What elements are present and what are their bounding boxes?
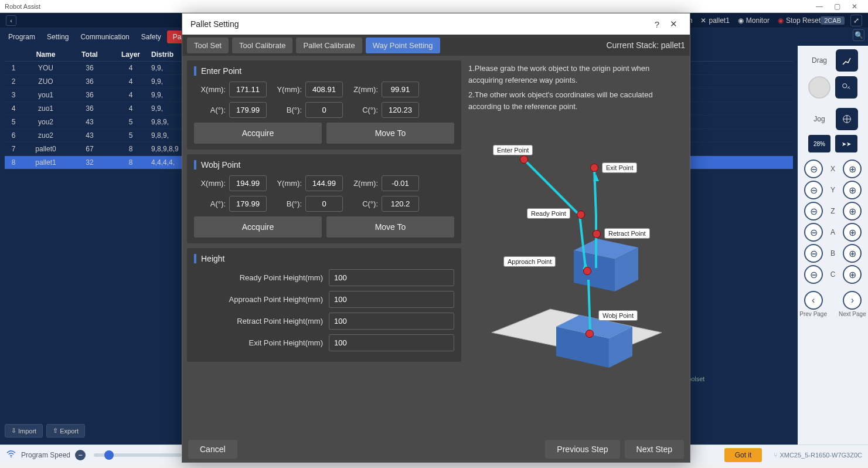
help-button[interactable]: ? [649, 17, 665, 31]
wobj-moveto-button[interactable]: Move To [326, 216, 454, 238]
height-card: Height Ready Point Height(mm) Approach P… [187, 248, 461, 362]
jog-b-minus-button[interactable]: ⊖ [804, 244, 823, 263]
previous-step-button[interactable]: Previous Step [545, 440, 619, 459]
axis-label: Y [829, 186, 837, 194]
next-page-button[interactable]: ›Next Page [839, 291, 866, 317]
exit-height-input[interactable] [329, 334, 454, 351]
jog-y-plus-button[interactable]: ⊕ [843, 181, 862, 199]
controller-code: ⑂ XMC25_5-R1650-W7G3Z0C [774, 452, 862, 459]
jog-a-plus-button[interactable]: ⊕ [843, 223, 862, 242]
enter-b-input[interactable] [305, 102, 343, 118]
jog-z-minus-button[interactable]: ⊖ [804, 202, 823, 221]
jog-c-minus-button[interactable]: ⊖ [804, 265, 823, 284]
program-speed-label: Program Speed [21, 451, 70, 459]
app-title: Robot Assist [5, 3, 40, 10]
os-titlebar: Robot Assist — ▢ ✕ [0, 0, 868, 13]
menu-setting[interactable]: Setting [41, 30, 74, 43]
jog-panel: Drag Jog 28% ➤➤ ⊖X⊕⊖Y⊕⊖Z⊕⊖A⊕⊖B⊕⊖C⊕ ‹Prev… [798, 46, 868, 445]
jog-label: Jog [808, 115, 831, 123]
speed-slider[interactable] [94, 453, 182, 457]
minimize-button[interactable]: — [811, 1, 828, 12]
jog-b-plus-button[interactable]: ⊕ [843, 244, 862, 263]
wobj-x-input[interactable] [229, 175, 267, 191]
topbar-stopreset[interactable]: ◉Stop Reset [778, 16, 821, 25]
close-button[interactable]: ✕ [846, 1, 863, 12]
axis-label: X [829, 165, 837, 173]
wobj-acquire-button[interactable]: Accquire [194, 216, 322, 238]
topbar-pallet[interactable]: ✕pallet1 [700, 16, 729, 25]
dialog-title: Pallet Setting [190, 19, 239, 29]
topbar-monitor[interactable]: ◉Monitor [738, 16, 770, 25]
ready-height-input[interactable] [329, 269, 454, 286]
jog-a-minus-button[interactable]: ⊖ [804, 223, 823, 242]
retract-height-input[interactable] [329, 313, 454, 330]
eye-icon: ◉ [738, 16, 744, 25]
wifi-icon [6, 450, 16, 460]
speed-minus-button[interactable]: − [75, 450, 86, 460]
wobj-point-card: Wobj Point X(mm): Y(mm): Z(mm): A(°): B(… [187, 154, 461, 243]
enter-a-input[interactable] [229, 102, 267, 118]
chevron-right-icon: › [843, 291, 862, 310]
dialog-close-button[interactable]: ✕ [665, 17, 682, 31]
stop-icon: ◉ [778, 16, 784, 25]
menu-program[interactable]: Program [2, 30, 41, 43]
enter-x-input[interactable] [229, 82, 267, 97]
search-icon[interactable]: 🔍 [853, 29, 864, 41]
prev-page-button[interactable]: ‹Prev Page [799, 291, 827, 317]
enter-c-input[interactable] [382, 102, 419, 118]
download-icon: ⇩ [11, 427, 16, 435]
gotit-button[interactable]: Got it [724, 448, 763, 462]
jog-c-plus-button[interactable]: ⊕ [843, 265, 862, 284]
wobj-c-input[interactable] [382, 196, 419, 212]
axis-label: A [829, 228, 837, 236]
tab-way-point-setting[interactable]: Way Point Setting [366, 38, 440, 53]
axis-label: C [829, 270, 837, 279]
instruction-2: 2.The other work object's coordinates wi… [468, 89, 683, 112]
next-step-button[interactable]: Next Step [625, 440, 684, 459]
speed-display[interactable]: 28% [808, 135, 830, 152]
fork-icon: ⑂ [774, 452, 780, 459]
tab-pallet-calibrate[interactable]: Pallet Calibrate [296, 38, 362, 53]
wobj-z-input[interactable] [382, 175, 419, 191]
tab-tool-calibrate[interactable]: Tool Calibrate [232, 38, 293, 53]
jog-x-plus-button[interactable]: ⊕ [843, 160, 862, 178]
svg-point-2 [11, 456, 12, 457]
maximize-button[interactable]: ▢ [828, 1, 846, 12]
wobj-y-input[interactable] [305, 175, 343, 191]
expand-icon[interactable]: ⤢ [850, 15, 862, 26]
import-button[interactable]: ⇩Import [5, 424, 43, 438]
cancel-button[interactable]: Cancel [188, 440, 237, 459]
upload-icon: ⇧ [53, 427, 58, 435]
drag-knob[interactable] [808, 76, 830, 99]
jog-x-minus-button[interactable]: ⊖ [804, 160, 823, 178]
pallet-setting-dialog: Pallet Setting ? ✕ Tool Set Tool Calibra… [182, 13, 690, 463]
wrench-icon: ✕ [700, 16, 706, 25]
instruction-1: 1.Please grab the work object to the ori… [468, 63, 683, 86]
teach-button[interactable] [835, 76, 857, 99]
enter-y-input[interactable] [305, 82, 343, 97]
coord-mode-button[interactable] [836, 108, 858, 130]
axis-label: Z [829, 207, 837, 215]
enter-z-input[interactable] [382, 82, 419, 97]
tab-tool-set[interactable]: Tool Set [187, 38, 229, 53]
chevron-left-icon: ‹ [804, 291, 823, 310]
current-stack-label: Current Stack: pallet1 [606, 40, 685, 50]
export-button[interactable]: ⇧Export [46, 424, 85, 438]
wobj-b-input[interactable] [305, 196, 343, 212]
enter-acquire-button[interactable]: Accquire [194, 123, 322, 144]
jog-z-plus-button[interactable]: ⊕ [843, 202, 862, 221]
wobj-a-input[interactable] [229, 196, 267, 212]
jog-y-minus-button[interactable]: ⊖ [804, 181, 823, 199]
back-button[interactable]: ‹ [6, 15, 16, 26]
svg-point-0 [843, 84, 847, 88]
drag-label: Drag [808, 56, 831, 65]
axis-label: B [829, 249, 837, 257]
waypoint-diagram: Enter Point Exit Point Ready Point Retra… [468, 116, 683, 429]
menu-communication[interactable]: Communication [74, 30, 135, 43]
approach-height-input[interactable] [329, 291, 454, 308]
enter-point-card: Enter Point X(mm): Y(mm): Z(mm): A(°): B… [187, 60, 461, 150]
menu-safety[interactable]: Safety [135, 30, 167, 43]
drag-mode-button[interactable] [836, 49, 858, 72]
step-mode-button[interactable]: ➤➤ [835, 135, 857, 152]
enter-moveto-button[interactable]: Move To [326, 123, 454, 144]
